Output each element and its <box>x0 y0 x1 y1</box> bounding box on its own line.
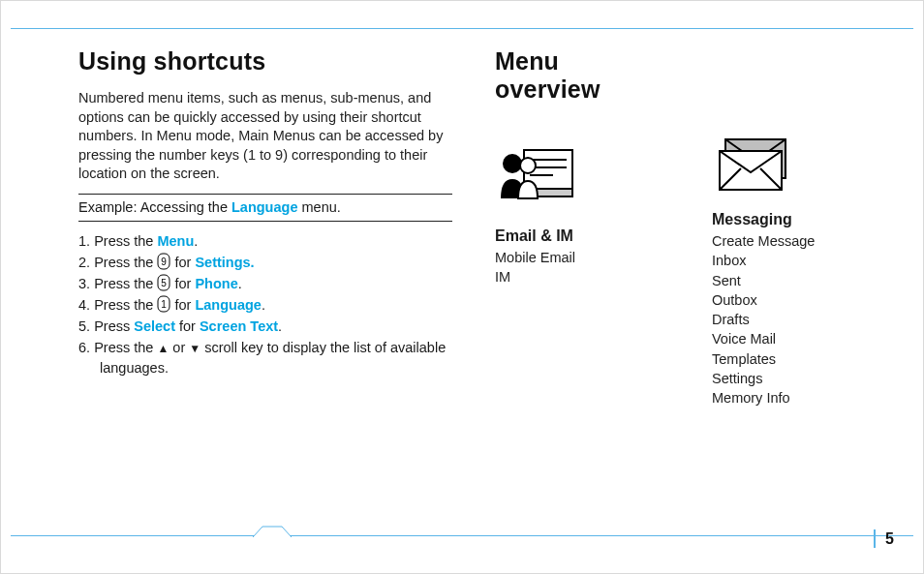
step-4: Press the 1 for Language. <box>78 295 452 316</box>
menu-item: IM <box>495 267 669 287</box>
example-box: Example: Accessing the Language menu. <box>78 194 452 222</box>
step-6: Press the ▲ or ▼ scroll key to display t… <box>78 338 452 378</box>
step-keyword: Screen Text <box>200 318 278 334</box>
heading-using-shortcuts: Using shortcuts <box>78 47 452 76</box>
menu-title-messaging: Messaging <box>712 211 894 228</box>
spacer <box>712 47 894 87</box>
down-arrow-icon: ▼ <box>189 342 200 355</box>
step-text: Press the <box>94 233 157 249</box>
step-keyword: Select <box>134 318 175 334</box>
svg-point-11 <box>503 154 522 173</box>
step-keyword: Menu <box>157 233 194 249</box>
step-text: Press <box>94 318 134 334</box>
menu-item: Create Message <box>712 231 894 251</box>
steps-list: Press the Menu. Press the 9 for Settings… <box>78 231 452 378</box>
step-1: Press the Menu. <box>78 231 452 252</box>
column-menu-messaging: Messaging Create Message Inbox Sent Outb… <box>712 47 894 408</box>
svg-point-12 <box>520 158 536 173</box>
step-text: Press the <box>94 297 157 313</box>
svg-text:1: 1 <box>162 299 168 310</box>
menu-item: Templates <box>712 349 894 369</box>
menu-item: Mobile Email <box>495 248 669 267</box>
example-suffix: menu. <box>297 199 340 215</box>
menu-item: Settings <box>712 369 894 388</box>
step-text: . <box>238 276 242 291</box>
up-arrow-icon: ▲ <box>157 342 169 355</box>
manual-page: Using shortcuts Numbered menu items, suc… <box>0 0 924 574</box>
menu-title-email-im: Email & IM <box>495 227 669 245</box>
step-text: Press the <box>94 276 157 291</box>
example-keyword: Language <box>231 199 297 215</box>
svg-text:9: 9 <box>162 257 168 267</box>
step-text: or <box>169 340 189 355</box>
column-menu-email-im: Menu overview <box>495 47 669 408</box>
menu-list-email-im: Mobile Email IM <box>495 248 669 287</box>
menu-item: Sent <box>712 271 894 290</box>
keycap-1-icon: 1 <box>157 295 170 313</box>
step-text: for <box>170 297 195 313</box>
footer-bump-icon <box>253 526 292 537</box>
menu-item: Voice Mail <box>712 329 894 348</box>
step-keyword: Phone <box>195 276 237 291</box>
step-keyword: Language <box>195 297 261 313</box>
footer-rule <box>11 523 913 536</box>
menu-item: Outbox <box>712 290 894 310</box>
step-text: for <box>170 276 195 291</box>
page-number: 5 <box>874 529 894 548</box>
top-rule <box>11 28 913 29</box>
step-text: for <box>175 318 200 334</box>
intro-paragraph: Numbered menu items, such as menus, sub-… <box>78 89 452 184</box>
menu-item: Memory Info <box>712 388 894 408</box>
menu-item: Drafts <box>712 310 894 329</box>
step-text: for <box>170 255 195 270</box>
keycap-9-icon: 9 <box>157 253 170 270</box>
keycap-5-icon: 5 <box>157 274 170 291</box>
heading-menu-overview: Menu overview <box>495 47 669 104</box>
step-text: . <box>194 233 198 249</box>
example-prefix: Example: Accessing the <box>78 199 231 215</box>
column-using-shortcuts: Using shortcuts Numbered menu items, suc… <box>78 47 452 408</box>
menu-item: Inbox <box>712 251 894 270</box>
messaging-icon <box>712 116 894 194</box>
step-text: Press the <box>94 340 157 355</box>
menu-list-messaging: Create Message Inbox Sent Outbox Drafts … <box>712 231 894 408</box>
step-2: Press the 9 for Settings. <box>78 253 452 273</box>
content-columns: Using shortcuts Numbered menu items, suc… <box>78 47 869 408</box>
step-text: Press the <box>94 255 157 270</box>
step-keyword: Settings. <box>195 255 254 270</box>
step-3: Press the 5 for Phone. <box>78 274 452 294</box>
step-text: . <box>278 318 282 334</box>
email-im-icon <box>495 133 669 210</box>
step-text: . <box>262 297 265 313</box>
step-5: Press Select for Screen Text. <box>78 317 452 337</box>
svg-text:5: 5 <box>162 278 168 288</box>
